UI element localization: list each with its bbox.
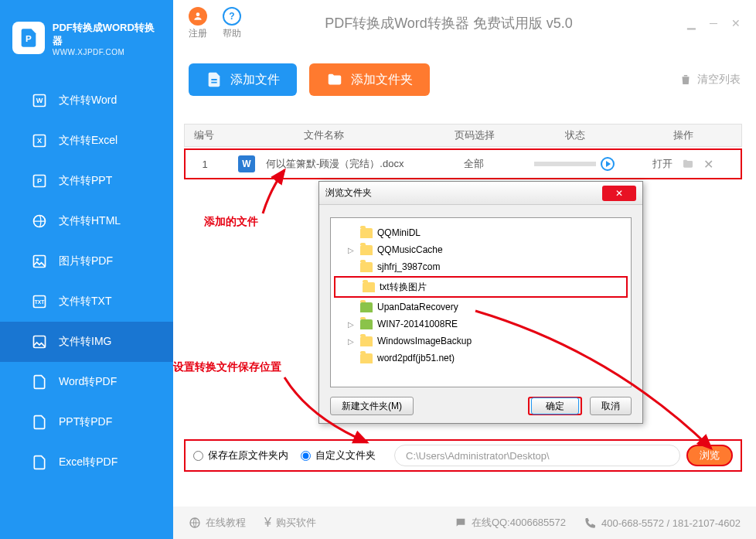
tree-label: WindowsImageBackup xyxy=(377,336,472,346)
nav-icon: P xyxy=(31,172,48,189)
annotation-added-file: 添加的文件 xyxy=(204,215,258,229)
table-row[interactable]: 1 W 何以笙箫默-顾漫（完结）.docx 全部 打开 ✕ xyxy=(186,150,741,178)
phone-contact[interactable]: 400-668-5572 / 181-2107-4602 xyxy=(584,517,741,529)
dialog-close-button[interactable]: ✕ xyxy=(602,186,636,201)
add-file-button[interactable]: 添加文件 xyxy=(189,63,297,96)
dialog-titlebar[interactable]: 浏览文件夹 ✕ xyxy=(319,182,642,205)
svg-text:TXT: TXT xyxy=(35,299,45,305)
expand-icon[interactable]: ▷ xyxy=(348,320,354,329)
register-button[interactable]: 注册 xyxy=(189,7,207,40)
tree-item[interactable]: sjhfrj_3987com xyxy=(334,258,628,275)
svg-point-9 xyxy=(36,258,39,261)
qq-contact[interactable]: 在线QQ:4006685572 xyxy=(455,516,566,530)
tree-label: txt转换图片 xyxy=(380,281,427,294)
folder-icon xyxy=(360,353,373,363)
tree-item[interactable]: txt转换图片 xyxy=(336,278,625,295)
footer: 在线教程 ¥ 购买软件 在线QQ:4006685572 400-668-5572… xyxy=(173,507,756,539)
tree-label: QQMusicCache xyxy=(377,244,443,255)
yen-icon: ¥ xyxy=(264,516,271,530)
logo-area: P PDF转换成WORD转换器 WWW.XJPDF.COM xyxy=(0,0,173,80)
svg-point-13 xyxy=(196,12,200,16)
open-folder-icon[interactable] xyxy=(682,158,694,170)
nav-label: PPT转PDF xyxy=(59,415,112,429)
nav-item-6[interactable]: 文件转IMG xyxy=(0,322,173,362)
browse-folder-dialog: 浏览文件夹 ✕ QQMiniDL▷QQMusicCachesjhfrj_3987… xyxy=(318,181,643,424)
trash-icon xyxy=(679,73,693,87)
minimize-icon[interactable]: ▁ xyxy=(687,17,696,29)
chat-icon xyxy=(455,517,467,529)
cancel-button[interactable]: 取消 xyxy=(590,397,632,415)
app-title: PDF转换成WORD转换器 xyxy=(53,22,164,48)
radio-original[interactable] xyxy=(193,451,203,461)
tree-item[interactable]: ▷QQMusicCache xyxy=(334,241,628,258)
toolbar: 添加文件 添加文件夹 清空列表 xyxy=(189,62,741,97)
svg-text:W: W xyxy=(36,97,43,104)
tree-item[interactable]: ▷WindowsImageBackup xyxy=(334,333,628,350)
clear-list-button[interactable]: 清空列表 xyxy=(679,73,741,87)
ok-button[interactable]: 确定 xyxy=(531,397,579,414)
nav-item-8[interactable]: PPT转PDF xyxy=(0,402,173,442)
tree-label: UpanDataRecovery xyxy=(377,302,458,312)
nav-item-0[interactable]: W文件转Word xyxy=(0,80,173,121)
nav-item-5[interactable]: TXT文件转TXT xyxy=(0,281,173,322)
folder-tree[interactable]: QQMiniDL▷QQMusicCachesjhfrj_3987comtxt转换… xyxy=(330,217,632,387)
nav-label: 文件转IMG xyxy=(59,335,111,349)
expand-icon[interactable]: ▷ xyxy=(348,246,354,254)
remove-icon[interactable]: ✕ xyxy=(703,157,713,172)
buy-link[interactable]: ¥ 购买软件 xyxy=(264,516,316,530)
save-custom-option[interactable]: 自定义文件夹 xyxy=(301,449,376,462)
progress-bar xyxy=(534,162,596,166)
tree-item[interactable]: ▷WIN7-20141008RE xyxy=(334,316,628,333)
sidebar: P PDF转换成WORD转换器 WWW.XJPDF.COM W文件转WordX文… xyxy=(0,0,173,539)
nav-item-2[interactable]: P文件转PPT xyxy=(0,161,173,201)
nav-item-7[interactable]: Word转PDF xyxy=(0,362,173,402)
globe-icon xyxy=(189,517,201,529)
save-location-panel: 保存在原文件夹内 自定义文件夹 浏览 xyxy=(184,439,742,472)
nav-icon xyxy=(31,333,48,350)
restore-icon[interactable]: ─ xyxy=(710,17,717,29)
tree-label: word2pdf(jb51.net) xyxy=(377,353,455,363)
tree-item[interactable]: word2pdf(jb51.net) xyxy=(334,350,628,367)
topbar: 注册 ? 帮助 PDF转换成Word转换器 免费试用版 v5.0 ▁ ─ ✕ xyxy=(173,0,756,46)
tree-item[interactable]: UpanDataRecovery xyxy=(334,298,628,316)
app-url: WWW.XJPDF.COM xyxy=(53,48,164,56)
row-page[interactable]: 全部 xyxy=(424,157,524,171)
close-icon[interactable]: ✕ xyxy=(731,17,741,29)
tree-item[interactable]: QQMiniDL xyxy=(334,224,628,241)
highlighted-row-box: 1 W 何以笙箫默-顾漫（完结）.docx 全部 打开 ✕ xyxy=(184,148,742,179)
annotation-save-location: 设置转换文件保存位置 xyxy=(173,360,281,374)
open-link[interactable]: 打开 xyxy=(652,157,673,171)
save-original-option[interactable]: 保存在原文件夹内 xyxy=(193,449,288,462)
nav-item-4[interactable]: 图片转PDF xyxy=(0,241,173,281)
nav-label: Word转PDF xyxy=(59,375,117,389)
header-status: 状态 xyxy=(525,128,625,142)
nav-icon xyxy=(31,414,48,431)
add-folder-button[interactable]: 添加文件夹 xyxy=(309,63,430,96)
new-folder-button[interactable]: 新建文件夹(M) xyxy=(330,397,414,415)
header-num: 编号 xyxy=(185,128,223,142)
radio-custom[interactable] xyxy=(301,451,311,461)
save-path-input[interactable] xyxy=(394,445,680,466)
tree-highlight-box: txt转换图片 xyxy=(334,276,628,298)
nav-item-9[interactable]: Excel转PDF xyxy=(0,442,173,483)
play-icon[interactable] xyxy=(601,157,615,171)
folder-icon xyxy=(360,245,373,255)
phone-icon xyxy=(584,517,597,529)
nav-item-1[interactable]: X文件转Excel xyxy=(0,121,173,161)
tutorial-link[interactable]: 在线教程 xyxy=(189,516,246,530)
tree-label: QQMiniDL xyxy=(377,227,421,238)
window-controls: ▁ ─ ✕ xyxy=(687,17,741,29)
row-ops: 打开 ✕ xyxy=(625,157,741,172)
nav-icon: W xyxy=(31,92,48,109)
word-doc-icon: W xyxy=(238,155,255,172)
expand-icon[interactable]: ▷ xyxy=(348,337,354,346)
ok-button-highlight: 确定 xyxy=(528,397,582,415)
row-num: 1 xyxy=(186,159,224,170)
nav-icon xyxy=(31,213,48,230)
nav-label: 文件转TXT xyxy=(59,295,111,309)
folder-icon xyxy=(326,71,343,88)
row-filename-cell: W 何以笙箫默-顾漫（完结）.docx xyxy=(224,155,424,172)
browse-button[interactable]: 浏览 xyxy=(686,445,733,466)
nav-item-3[interactable]: 文件转HTML xyxy=(0,201,173,241)
row-filename: 何以笙箫默-顾漫（完结）.docx xyxy=(266,157,404,171)
